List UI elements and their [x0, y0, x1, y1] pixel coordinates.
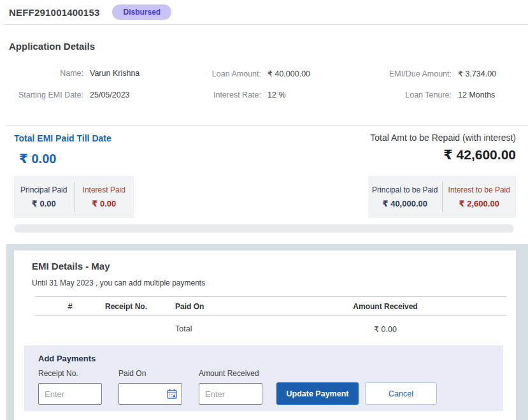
- principal-to-be-paid-value: ₹ 40,000.00: [371, 199, 439, 208]
- add-payments-title: Add Payments: [38, 354, 503, 363]
- field-loan-tenure-value: 12 Months: [458, 91, 495, 99]
- update-payment-button[interactable]: Update Payment: [276, 382, 359, 405]
- loan-application-page: NEFF291001400153 Disbursed Application D…: [0, 0, 528, 420]
- principal-paid-label: Principal Paid: [17, 185, 71, 194]
- interest-paid-value: ₹ 0.00: [77, 199, 132, 208]
- field-loan-tenure: Loan Tenure: 12 Months: [357, 91, 528, 99]
- receipt-no-label: Receipt No.: [38, 369, 102, 378]
- principal-paid-stat: Principal Paid ₹ 0.00: [14, 182, 74, 212]
- total-repaid-amount: ₹ 42,600.00: [443, 147, 516, 163]
- receipt-no-input[interactable]: [38, 383, 102, 405]
- field-starting-emi-date-label: Starting EMI Date:: [0, 91, 83, 99]
- amount-received-group: Amount Received: [199, 369, 262, 405]
- principal-paid-value: ₹ 0.00: [17, 199, 71, 208]
- payments-table-header: # Receipt No. Paid On Amount Received: [35, 296, 506, 316]
- emi-details-band: EMI Details - May Until 31 May 2023 , yo…: [6, 244, 528, 420]
- field-starting-emi-date: Starting EMI Date: 25/05/2023: [0, 91, 185, 99]
- field-emi-due-amount: EMI/Due Amount: ₹ 3,734.00: [357, 69, 528, 78]
- interest-to-be-paid-value: ₹ 2,600.00: [445, 199, 514, 208]
- paid-on-date-wrap: [118, 383, 182, 405]
- emi-summary-section: Total EMI Paid Till Date ₹ 0.00 Total Am…: [0, 126, 528, 244]
- field-interest-rate: Interest Rate: 12 %: [185, 91, 357, 99]
- amount-received-label: Amount Received: [199, 369, 262, 378]
- add-payments-panel: Add Payments Receipt No. Paid On: [24, 345, 503, 411]
- status-badge: Disbursed: [112, 4, 171, 20]
- total-emi-paid-title: Total EMI Paid Till Date: [14, 133, 111, 143]
- field-name-value: Varun Krishna: [90, 69, 139, 78]
- field-loan-amount-label: Loan Amount:: [185, 69, 261, 78]
- paid-on-label: Paid On: [118, 369, 182, 378]
- application-details-title: Application Details: [9, 41, 528, 52]
- paid-stat-box: Principal Paid ₹ 0.00 Interest Paid ₹ 0.…: [14, 176, 134, 218]
- col-header-paid-on: Paid On: [175, 302, 264, 311]
- principal-to-be-paid-stat: Principal to be Paid ₹ 40,000.00: [368, 182, 442, 212]
- total-repaid-title: Total Amt to be Repaid (with interest): [370, 133, 516, 143]
- field-name: Name: Varun Krishna: [0, 69, 185, 78]
- page-header: NEFF291001400153 Disbursed: [0, 0, 528, 24]
- field-starting-emi-date-value: 25/05/2023: [90, 91, 130, 99]
- emi-details-subtitle: Until 31 May 2023 , you can add multiple…: [32, 279, 516, 287]
- field-loan-amount: Loan Amount: ₹ 40,000.00: [185, 69, 357, 78]
- principal-to-be-paid-label: Principal to be Paid: [371, 185, 439, 194]
- field-name-label: Name:: [0, 69, 83, 78]
- interest-to-be-paid-label: Interest to be Paid: [445, 185, 514, 194]
- emi-details-card: EMI Details - May Until 31 May 2023 , yo…: [14, 250, 516, 420]
- repaid-stat-box: Principal to be Paid ₹ 40,000.00 Interes…: [368, 176, 516, 218]
- field-interest-rate-value: 12 %: [268, 91, 286, 99]
- field-emi-due-amount-label: EMI/Due Amount:: [357, 69, 452, 78]
- amount-received-input[interactable]: [199, 383, 262, 405]
- application-details-section: Application Details Name: Varun Krishna …: [0, 25, 528, 126]
- add-payments-form: Receipt No. Paid On: [38, 369, 503, 405]
- interest-to-be-paid-stat: Interest to be Paid ₹ 2,600.00: [442, 182, 517, 212]
- emi-details-title: EMI Details - May: [32, 261, 516, 272]
- total-emi-paid-amount: ₹ 0.00: [19, 151, 56, 166]
- application-details-grid: Name: Varun Krishna Loan Amount: ₹ 40,00…: [0, 69, 528, 99]
- field-emi-due-amount-value: ₹ 3,734.00: [458, 69, 496, 78]
- total-amount: ₹ 0.00: [264, 324, 506, 334]
- payments-table-total-row: Total ₹ 0.00: [35, 316, 506, 342]
- field-loan-tenure-label: Loan Tenure:: [357, 91, 452, 99]
- field-interest-rate-label: Interest Rate:: [185, 91, 261, 99]
- col-header-amount-received: Amount Received: [264, 302, 506, 311]
- interest-paid-stat: Interest Paid ₹ 0.00: [74, 182, 134, 212]
- receipt-no-group: Receipt No.: [38, 369, 102, 405]
- calendar-icon[interactable]: [166, 388, 178, 400]
- cancel-button[interactable]: Cancel: [365, 382, 437, 405]
- col-header-index: #: [35, 302, 105, 311]
- horizontal-scrollbar[interactable]: [14, 224, 514, 233]
- total-label: Total: [175, 324, 264, 333]
- application-id: NEFF291001400153: [9, 7, 99, 18]
- payments-table: # Receipt No. Paid On Amount Received To…: [35, 296, 506, 342]
- paid-on-group: Paid On: [118, 369, 182, 405]
- interest-paid-label: Interest Paid: [77, 185, 132, 194]
- field-loan-amount-value: ₹ 40,000.00: [268, 69, 310, 78]
- col-header-receipt-no: Receipt No.: [105, 302, 175, 311]
